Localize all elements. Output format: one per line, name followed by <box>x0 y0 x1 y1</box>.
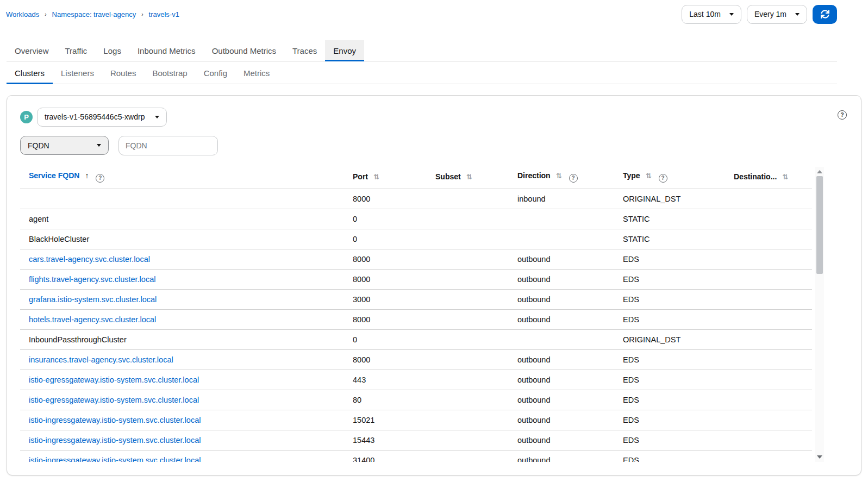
cell-service-fqdn: istio-ingressgateway.istio-system.svc.cl… <box>20 430 344 450</box>
refresh-interval-dropdown[interactable]: Every 1m <box>747 5 807 24</box>
fqdn-filter-input[interactable] <box>118 136 218 155</box>
cell-port: 8000 <box>344 249 427 269</box>
table-row: hotels.travel-agency.svc.cluster.local80… <box>20 309 812 329</box>
table-row: BlackHoleCluster0STATIC <box>20 229 812 249</box>
tab-logs[interactable]: Logs <box>95 40 129 61</box>
cell-subset <box>427 329 509 349</box>
cell-direction <box>509 329 614 349</box>
service-fqdn-link[interactable]: istio-egressgateway.istio-system.svc.clu… <box>29 396 199 404</box>
cell-direction: outbound <box>509 370 614 390</box>
filter-type-dropdown[interactable]: FQDN <box>20 136 109 155</box>
pod-selector-row: P travels-v1-56895446c5-xwdrp ? <box>20 107 848 127</box>
column-header-type[interactable]: Type⇅? <box>614 167 725 189</box>
tab-inbound-metrics[interactable]: Inbound Metrics <box>129 40 204 61</box>
table-row: istio-ingressgateway.istio-system.svc.cl… <box>20 410 812 430</box>
sort-icon[interactable]: ⇅ <box>646 172 652 180</box>
table-header-row: Service FQDN↑?Port⇅Subset⇅Direction⇅?Typ… <box>20 167 812 189</box>
service-fqdn-link[interactable]: insurances.travel-agency.svc.cluster.loc… <box>29 355 173 364</box>
pod-selector-dropdown[interactable]: travels-v1-56895446c5-xwdrp <box>37 108 167 127</box>
cell-port: 8000 <box>344 269 427 289</box>
breadcrumb: Workloads › Namespace: travel-agency › t… <box>6 10 179 18</box>
cell-service-fqdn: insurances.travel-agency.svc.cluster.loc… <box>20 349 344 370</box>
service-fqdn-link[interactable]: istio-ingressgateway.istio-system.svc.cl… <box>29 416 201 424</box>
cell-service-fqdn: istio-ingressgateway.istio-system.svc.cl… <box>20 450 344 462</box>
duration-value: Last 10m <box>689 10 721 18</box>
cell-destination <box>725 430 812 450</box>
table-row: grafana.istio-system.svc.cluster.local30… <box>20 289 812 309</box>
service-fqdn-link[interactable]: hotels.travel-agency.svc.cluster.local <box>29 315 156 324</box>
cell-port: 15443 <box>344 430 427 450</box>
scroll-up-icon[interactable] <box>815 168 824 176</box>
cell-service-fqdn: hotels.travel-agency.svc.cluster.local <box>20 309 344 329</box>
help-icon[interactable]: ? <box>838 110 847 120</box>
column-header-service-fqdn[interactable]: Service FQDN↑? <box>20 167 344 189</box>
column-label: Service FQDN <box>29 171 79 180</box>
cell-port: 8000 <box>344 309 427 329</box>
sort-icon[interactable]: ↑ <box>85 171 89 180</box>
column-label: Subset <box>435 172 461 181</box>
cell-destination <box>725 209 812 229</box>
cell-direction: outbound <box>509 390 614 410</box>
subtab-clusters[interactable]: Clusters <box>7 61 53 84</box>
cell-service-fqdn: InboundPassthroughCluster <box>20 329 344 349</box>
service-fqdn-link[interactable]: grafana.istio-system.svc.cluster.local <box>29 295 157 304</box>
subtab-routes[interactable]: Routes <box>102 61 145 84</box>
column-header-port[interactable]: Port⇅ <box>344 167 427 189</box>
cell-type: EDS <box>614 410 725 430</box>
cell-destination <box>725 329 812 349</box>
table-scrollbar[interactable] <box>815 167 824 462</box>
cell-type: EDS <box>614 370 725 390</box>
sort-icon[interactable]: ⇅ <box>556 172 562 180</box>
refresh-button[interactable] <box>813 5 837 24</box>
tab-overview[interactable]: Overview <box>7 40 57 61</box>
subtab-bootstrap[interactable]: Bootstrap <box>144 61 195 84</box>
tab-outbound-metrics[interactable]: Outbound Metrics <box>204 40 284 61</box>
subtab-config[interactable]: Config <box>196 61 235 84</box>
tab-traffic[interactable]: Traffic <box>57 40 96 61</box>
subtab-listeners[interactable]: Listeners <box>53 61 102 84</box>
table-row: 8000inboundORIGINAL_DST <box>20 189 812 209</box>
service-fqdn-link[interactable]: istio-ingressgateway.istio-system.svc.cl… <box>29 456 201 462</box>
cell-destination <box>725 249 812 269</box>
subtab-metrics[interactable]: Metrics <box>235 61 278 84</box>
cell-port: 443 <box>344 370 427 390</box>
table-row: istio-egressgateway.istio-system.svc.clu… <box>20 370 812 390</box>
cell-service-fqdn: flights.travel-agency.svc.cluster.local <box>20 269 344 289</box>
cell-destination <box>725 390 812 410</box>
breadcrumb-workload[interactable]: travels-v1 <box>149 10 179 18</box>
column-header-direction[interactable]: Direction⇅? <box>509 167 614 189</box>
duration-dropdown[interactable]: Last 10m <box>682 5 741 24</box>
service-fqdn-link[interactable]: flights.travel-agency.svc.cluster.local <box>29 275 155 284</box>
breadcrumb-namespace[interactable]: Namespace: travel-agency <box>52 10 136 18</box>
pod-badge: P <box>20 111 33 123</box>
column-header-destinatio[interactable]: Destinatio...⇅ <box>725 167 812 189</box>
cell-port: 31400 <box>344 450 427 462</box>
breadcrumb-separator-icon: › <box>45 11 46 17</box>
sort-icon[interactable]: ⇅ <box>782 173 788 181</box>
table-row: InboundPassthroughCluster0ORIGINAL_DST <box>20 329 812 349</box>
help-icon[interactable]: ? <box>569 174 578 183</box>
tab-envoy[interactable]: Envoy <box>325 40 364 61</box>
cell-subset <box>427 450 509 462</box>
scrollbar-thumb[interactable] <box>816 176 823 274</box>
service-fqdn-link[interactable]: istio-egressgateway.istio-system.svc.clu… <box>29 376 199 384</box>
scroll-down-icon[interactable] <box>815 453 824 461</box>
service-fqdn-text: BlackHoleCluster <box>29 235 89 243</box>
help-icon[interactable]: ? <box>659 174 667 183</box>
cell-port: 0 <box>344 229 427 249</box>
column-header-subset[interactable]: Subset⇅ <box>427 167 509 189</box>
cell-destination <box>725 410 812 430</box>
pod-selector-value: travels-v1-56895446c5-xwdrp <box>45 112 145 121</box>
breadcrumb-workloads[interactable]: Workloads <box>6 10 39 18</box>
cell-service-fqdn: cars.travel-agency.svc.cluster.local <box>20 249 344 269</box>
cell-subset <box>427 269 509 289</box>
sort-icon[interactable]: ⇅ <box>466 173 472 181</box>
service-fqdn-link[interactable]: cars.travel-agency.svc.cluster.local <box>29 255 150 264</box>
clusters-table-container: Service FQDN↑?Port⇅Subset⇅Direction⇅?Typ… <box>20 167 824 462</box>
help-icon[interactable]: ? <box>96 174 104 183</box>
tab-traces[interactable]: Traces <box>284 40 325 61</box>
cell-destination <box>725 370 812 390</box>
cell-subset <box>427 430 509 450</box>
sort-icon[interactable]: ⇅ <box>373 173 379 181</box>
service-fqdn-link[interactable]: istio-ingressgateway.istio-system.svc.cl… <box>29 436 201 445</box>
